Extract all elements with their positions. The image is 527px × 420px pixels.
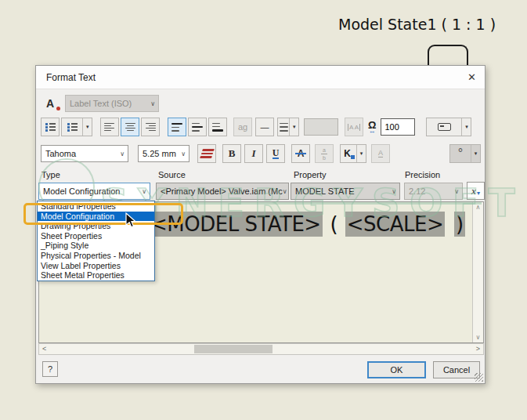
drawing-canvas: Model State1 ( 1 : 1 ) Format Text ✕ A L… bbox=[0, 0, 527, 420]
valign-bottom-icon bbox=[212, 123, 223, 132]
paragraph-toolbar: ▾ ag — bbox=[40, 118, 482, 136]
style-combo-value: Label Text (ISO) bbox=[70, 99, 132, 108]
bold-button[interactable]: B bbox=[222, 144, 241, 163]
type-combo[interactable]: Model Configuration ∨ bbox=[38, 183, 150, 200]
font-toolbar: Tahoma ∨ 5.25 mm ∨ B I U A ab bbox=[40, 144, 482, 163]
valign-top-icon bbox=[171, 123, 182, 132]
ok-button[interactable]: OK bbox=[367, 361, 426, 378]
text-style-icon: A bbox=[46, 97, 62, 110]
color-layers-icon bbox=[200, 149, 215, 158]
underline-icon: U bbox=[273, 149, 280, 159]
dropdown-item[interactable]: _Piping Style bbox=[38, 241, 154, 251]
text-field-dropdown[interactable]: ▾ bbox=[426, 118, 471, 136]
style-combo[interactable]: Label Text (ISO) ∨ bbox=[65, 95, 159, 112]
vertical-scrollbar[interactable]: ∧ ∨ bbox=[472, 202, 483, 342]
color-layers-button[interactable] bbox=[197, 144, 216, 163]
resize-grip-icon[interactable] bbox=[475, 373, 483, 382]
insert-component-dropdown[interactable]: K ▾ bbox=[340, 144, 366, 163]
align-right-button[interactable] bbox=[141, 118, 160, 136]
numbered-list-button[interactable]: ▾ bbox=[61, 118, 92, 136]
strikethrough-button[interactable]: A bbox=[291, 144, 310, 163]
overline-button: A bbox=[371, 144, 390, 163]
bold-icon: B bbox=[229, 147, 236, 160]
overline-icon: A bbox=[378, 150, 383, 158]
spacing-value-combo bbox=[304, 118, 338, 136]
align-center-icon bbox=[125, 123, 135, 132]
stretch-percent-input[interactable] bbox=[381, 118, 415, 136]
precision-label: Precision bbox=[405, 170, 440, 179]
mouse-cursor-icon bbox=[125, 212, 137, 229]
editor-token bbox=[445, 212, 454, 237]
bullet-list-button[interactable] bbox=[41, 118, 60, 136]
chevron-down-icon[interactable]: ▾ bbox=[289, 118, 298, 136]
scroll-up-icon[interactable]: ∧ bbox=[473, 204, 483, 211]
underline-button[interactable]: U bbox=[266, 144, 285, 163]
dropdown-item[interactable]: Sheet Properties bbox=[38, 231, 154, 241]
scroll-right-icon[interactable]: > bbox=[476, 345, 480, 353]
type-label: Type bbox=[42, 170, 60, 179]
line-spacing-button[interactable]: ▾ bbox=[277, 118, 299, 136]
scroll-down-icon[interactable]: ∨ bbox=[473, 334, 483, 341]
stretch-control: Ω ↔ bbox=[368, 120, 376, 135]
style-row: A Label Text (ISO) ∨ bbox=[36, 94, 485, 113]
stacked-text-icon: ab bbox=[321, 147, 327, 161]
fit-text-button: A A bbox=[345, 118, 363, 136]
chevron-down-icon: ∨ bbox=[150, 100, 158, 107]
font-combo[interactable]: Tahoma ∨ bbox=[41, 145, 128, 162]
align-left-icon bbox=[104, 123, 115, 132]
chevron-down-icon[interactable]: ▾ bbox=[461, 118, 471, 136]
dialog-title: Format Text bbox=[46, 72, 96, 83]
dropdown-item[interactable]: View Label Properties bbox=[38, 261, 154, 271]
source-combo[interactable]: <Primary Model> Valve.iam (Mc ∨ bbox=[156, 183, 289, 200]
text-field-icon bbox=[427, 118, 461, 136]
scroll-left-icon[interactable]: < bbox=[42, 345, 46, 353]
kerning-icon: ag bbox=[238, 122, 247, 132]
strikethrough-icon: A bbox=[298, 148, 305, 159]
valign-middle-icon bbox=[192, 123, 203, 132]
chevron-down-icon: ∨ bbox=[283, 188, 289, 195]
italic-button[interactable]: I bbox=[244, 144, 263, 163]
chevron-down-icon: ∨ bbox=[181, 150, 189, 158]
symbol-dropdown[interactable]: ° ▾ bbox=[449, 144, 481, 163]
chevron-down-icon[interactable]: ▾ bbox=[356, 145, 366, 162]
chevron-down-icon[interactable]: ▾ bbox=[82, 118, 92, 136]
baseline-dash-button[interactable]: — bbox=[255, 118, 274, 136]
insert-field-button[interactable]: x ▾ bbox=[467, 182, 485, 200]
dialog-titlebar[interactable]: Format Text ✕ bbox=[36, 66, 485, 89]
align-center-button[interactable] bbox=[121, 118, 139, 136]
chevron-down-icon: ∨ bbox=[392, 188, 399, 195]
help-button[interactable]: ? bbox=[42, 361, 58, 377]
property-combo-value: MODEL STATE bbox=[295, 186, 355, 196]
type-combo-value: Model Configuration bbox=[43, 186, 120, 196]
numbered-list-icon bbox=[62, 118, 82, 136]
cancel-button[interactable]: Cancel bbox=[433, 361, 480, 378]
valign-top-button[interactable] bbox=[168, 118, 186, 136]
precision-combo: 2.12 ∨ bbox=[404, 183, 463, 200]
editor-text: <MODEL STATE> ( <SCALE> ) bbox=[149, 212, 465, 237]
kerning-button: ag bbox=[233, 118, 252, 136]
chevron-down-icon[interactable]: ▾ bbox=[471, 145, 480, 162]
precision-combo-value: 2.12 bbox=[409, 186, 425, 196]
property-combo[interactable]: MODEL STATE ∨ bbox=[291, 183, 400, 200]
chevron-down-icon: ∨ bbox=[142, 188, 150, 195]
help-icon: ? bbox=[48, 364, 52, 374]
editor-token: ) bbox=[454, 212, 465, 237]
horizontal-scrollbar[interactable]: < > bbox=[38, 343, 484, 355]
scrollbar-thumb[interactable] bbox=[194, 345, 273, 353]
valign-middle-button[interactable] bbox=[188, 118, 207, 136]
align-left-button[interactable] bbox=[100, 118, 119, 136]
insert-component-icon: K bbox=[341, 145, 356, 162]
bullet-list-icon bbox=[45, 123, 56, 132]
dropdown-item[interactable]: Sheet Metal Properties bbox=[38, 270, 154, 281]
valign-bottom-button[interactable] bbox=[208, 118, 227, 136]
view-label: Model State1 ( 1 : 1 ) bbox=[338, 16, 496, 33]
chevron-down-icon: ∨ bbox=[120, 150, 128, 158]
degree-symbol-icon: ° bbox=[450, 145, 471, 162]
font-size-combo[interactable]: 5.25 mm ∨ bbox=[138, 145, 190, 162]
editor-token: <SCALE> bbox=[345, 212, 445, 237]
font-size-value: 5.25 mm bbox=[143, 149, 176, 158]
chevron-down-icon: ∨ bbox=[454, 188, 462, 195]
dropdown-item[interactable]: Physical Properties - Model bbox=[38, 251, 154, 261]
line-spacing-icon bbox=[278, 118, 289, 136]
close-icon[interactable]: ✕ bbox=[467, 71, 476, 83]
